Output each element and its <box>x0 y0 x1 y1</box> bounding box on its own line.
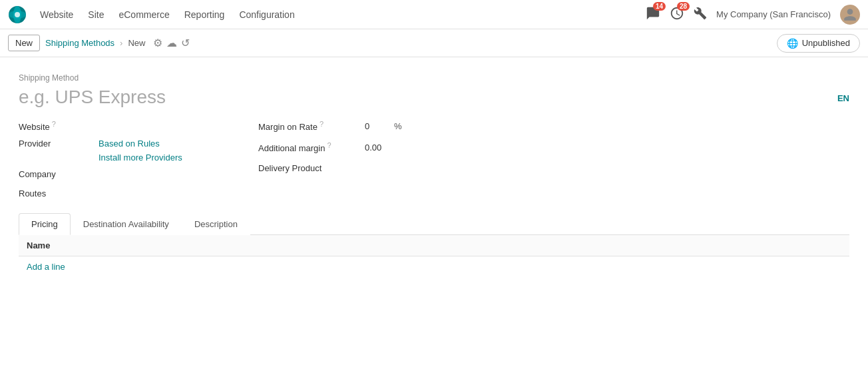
nav-ecommerce[interactable]: eCommerce <box>117 7 170 23</box>
margin-rate-value[interactable]: 0 <box>365 121 391 131</box>
margin-rate-help[interactable]: ? <box>320 120 324 128</box>
additional-margin-value[interactable]: 0.00 <box>365 143 391 153</box>
globe-icon: 🌐 <box>787 38 798 49</box>
additional-margin-label: Additional margin? <box>258 141 365 153</box>
delivery-product-row: Delivery Product <box>258 163 849 173</box>
form-left: Website? Provider Based on Rules Install… <box>19 120 232 208</box>
publish-button[interactable]: 🌐 Unpublished <box>777 34 860 53</box>
website-label: Website? <box>19 120 99 132</box>
col-name-header: Name <box>27 240 50 250</box>
new-button[interactable]: New <box>8 35 40 51</box>
avatar-icon <box>843 7 857 22</box>
table-header: Name <box>19 235 849 256</box>
section-label: Shipping Method <box>19 73 849 83</box>
messages-icon-button[interactable]: 14 <box>646 6 660 23</box>
activity-icon-button[interactable]: 28 <box>670 6 684 23</box>
breadcrumb-current: New <box>128 38 145 48</box>
website-field-row: Website? <box>19 120 232 132</box>
breadcrumb-parent[interactable]: Shipping Methods <box>45 38 114 48</box>
tab-pricing[interactable]: Pricing <box>19 213 71 235</box>
nav-reporting[interactable]: Reporting <box>183 7 226 23</box>
form-right: Margin on Rate? 0 % Additional margin? 0… <box>232 120 849 208</box>
user-avatar[interactable] <box>840 5 860 25</box>
nav-site[interactable]: Site <box>87 7 105 23</box>
discard-icon[interactable]: ↺ <box>181 37 190 49</box>
activity-badge: 28 <box>677 2 690 11</box>
company-label-field: Company <box>19 169 99 179</box>
top-navigation: Website Site eCommerce Reporting Configu… <box>0 0 868 29</box>
website-help[interactable]: ? <box>52 120 56 128</box>
provider-value[interactable]: Based on Rules <box>99 139 160 149</box>
margin-rate-unit: % <box>394 121 402 131</box>
nav-configuration[interactable]: Configuration <box>238 7 296 23</box>
main-content: Shipping Method e.g. UPS Express EN Webs… <box>0 57 868 367</box>
svg-point-3 <box>15 12 20 17</box>
provider-field-row: Provider Based on Rules <box>19 139 232 149</box>
margin-rate-label: Margin on Rate? <box>258 120 365 132</box>
nav-website[interactable]: Website <box>39 7 75 23</box>
wrench-icon <box>694 7 707 20</box>
settings-icon-button[interactable] <box>694 7 707 22</box>
form-title[interactable]: e.g. UPS Express <box>19 87 849 108</box>
logo-icon <box>8 5 27 24</box>
company-label[interactable]: My Company (San Francisco) <box>716 9 831 19</box>
tab-destination-availability[interactable]: Destination Availability <box>71 213 182 235</box>
add-line-button[interactable]: Add a line <box>19 256 73 277</box>
margin-rate-row: Margin on Rate? 0 % <box>258 120 849 132</box>
tab-description[interactable]: Description <box>182 213 250 235</box>
provider-label: Provider <box>19 139 99 149</box>
delivery-product-label: Delivery Product <box>258 163 365 173</box>
breadcrumb-separator: › <box>120 38 122 48</box>
publish-label: Unpublished <box>802 38 850 48</box>
form-grid: Website? Provider Based on Rules Install… <box>19 120 849 208</box>
settings-gear-icon[interactable]: ⚙ <box>153 37 162 49</box>
routes-field-row: Routes <box>19 188 232 198</box>
tabs-container: Pricing Destination Availability Descrip… <box>19 213 849 235</box>
lang-badge[interactable]: EN <box>837 93 849 103</box>
breadcrumb-bar: New Shipping Methods › New ⚙ ☁ ↺ 🌐 Unpub… <box>0 29 868 57</box>
messages-badge: 14 <box>653 2 666 11</box>
cloud-upload-icon[interactable]: ☁ <box>166 37 177 49</box>
additional-margin-help[interactable]: ? <box>327 141 331 149</box>
additional-margin-row: Additional margin? 0.00 <box>258 141 849 153</box>
app-logo[interactable] <box>8 5 27 24</box>
company-field-row: Company <box>19 169 232 179</box>
pricing-table: Name Add a line <box>19 235 849 277</box>
install-providers-link[interactable]: Install more Providers <box>99 153 232 163</box>
routes-label: Routes <box>19 188 99 198</box>
